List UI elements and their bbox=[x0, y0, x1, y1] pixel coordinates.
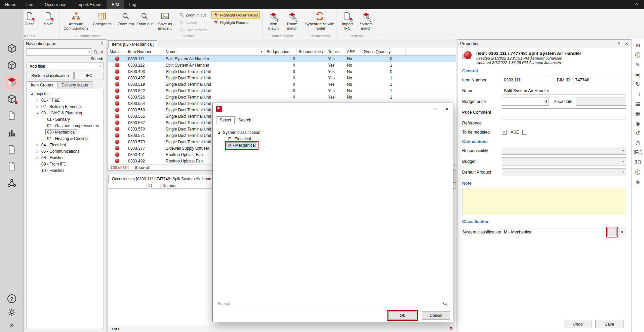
item-number-input[interactable] bbox=[502, 76, 552, 84]
tab-items[interactable]: Items [03 - Mechanical] bbox=[108, 40, 157, 48]
menu-log[interactable]: Log bbox=[124, 0, 142, 9]
import-ifc-button[interactable]: Import IFC bbox=[338, 10, 356, 32]
three-d-view-icon[interactable]: 3D bbox=[634, 160, 641, 165]
search-icon[interactable] bbox=[443, 301, 448, 306]
collapse-sidebar-icon[interactable]: » bbox=[10, 321, 14, 329]
tree-item[interactable]: 03 - HVAC & Plumbing bbox=[27, 110, 104, 116]
budget-select[interactable]: ▾ bbox=[502, 157, 626, 165]
menu-bim[interactable]: BIM bbox=[107, 0, 124, 9]
cancel-button[interactable]: Cancel bbox=[422, 311, 450, 320]
name-input[interactable] bbox=[502, 87, 626, 95]
col-match[interactable]: Match bbox=[108, 48, 126, 55]
sidebar-module-network[interactable] bbox=[4, 176, 19, 190]
table-row[interactable]: 0303.112 Split System Air Handler 0 Yes … bbox=[108, 62, 456, 68]
item-match-button[interactable]: Item match bbox=[264, 10, 282, 32]
default-product-select[interactable]: ▾ bbox=[502, 168, 626, 176]
highlight-occurrences-button[interactable]: Highlight Occurrences bbox=[211, 11, 260, 19]
tab-item-groups[interactable]: Item Groups bbox=[27, 81, 57, 89]
highlight-rooms-button[interactable]: Highlight Rooms bbox=[211, 19, 260, 26]
system-match-button[interactable]: System match bbox=[357, 10, 375, 32]
search-link[interactable]: Search bbox=[90, 57, 103, 61]
table-row[interactable]: 0303.522 Single Duct Terminal Unit 0 Yes… bbox=[108, 87, 456, 94]
to-be-modeled-checkbox[interactable] bbox=[502, 130, 507, 135]
clear-classification-button[interactable]: ✕ bbox=[618, 228, 626, 236]
table-row[interactable]: 0303.526 Single Duct Terminal Unit 0 Yes… bbox=[108, 94, 456, 100]
info-icon[interactable]: ⓘ bbox=[635, 52, 641, 58]
expander-icon[interactable] bbox=[35, 150, 40, 153]
tree-item[interactable]: 10 - Finishes bbox=[27, 167, 104, 174]
tree-item[interactable]: 03 - Mechanical bbox=[27, 129, 104, 135]
tree-item[interactable]: asjo test bbox=[27, 90, 104, 97]
col-to-be[interactable]: To be... bbox=[326, 48, 345, 55]
tree-item[interactable]: 02 - Gas and compressed air bbox=[27, 122, 104, 129]
menu-home[interactable]: Home bbox=[0, 0, 21, 9]
note-textarea[interactable] bbox=[462, 188, 626, 215]
table-row[interactable]: 0303.519 Single Duct Terminal Unit 0 Yes… bbox=[108, 81, 456, 87]
sort-desc-icon[interactable]: ▼ bbox=[260, 50, 263, 53]
camera-icon[interactable]: ◉ bbox=[636, 121, 640, 126]
show-all-link[interactable]: Show all bbox=[135, 165, 149, 170]
dialog-tab-select[interactable]: Select bbox=[216, 116, 235, 124]
panel-layout-icon[interactable]: ⊞ bbox=[636, 43, 640, 48]
help-icon[interactable]: ? bbox=[7, 294, 16, 303]
maximize-icon[interactable]: □ bbox=[430, 103, 441, 115]
save-button[interactable]: Save bbox=[39, 10, 57, 32]
col-ase[interactable]: ASE bbox=[345, 48, 362, 55]
sidebar-module-log[interactable] bbox=[4, 159, 19, 173]
col-id[interactable]: ID bbox=[147, 183, 161, 188]
tree-item[interactable]: 04 - Electrical bbox=[27, 142, 104, 148]
tree-item[interactable]: 04 - Heating & Cooling bbox=[27, 135, 104, 142]
undo-history-icon[interactable]: ↺ bbox=[636, 131, 640, 136]
pin-icon[interactable] bbox=[617, 41, 621, 46]
tree-item[interactable]: 01 - Sanitary bbox=[27, 116, 104, 122]
zoom-out-button[interactable]: Zoom out bbox=[135, 10, 154, 32]
box-icon[interactable]: ◻ bbox=[636, 91, 640, 97]
search-icon[interactable] bbox=[93, 50, 98, 55]
tab-occurrences[interactable]: Occurrences [0303.111 / 747748: Split Sy… bbox=[108, 175, 215, 183]
browse-classification-button[interactable]: ... bbox=[607, 228, 617, 236]
ifc-label-icon[interactable]: IFC bbox=[634, 150, 642, 155]
chevron-down-icon[interactable]: ▾ bbox=[88, 50, 90, 54]
col-responsibility[interactable]: Responsibility bbox=[297, 48, 326, 55]
room-match-button[interactable]: Room match bbox=[283, 10, 301, 32]
tree-item[interactable]: 09 - From IFC bbox=[27, 161, 104, 167]
minimize-icon[interactable]: – bbox=[418, 103, 430, 115]
dialog-tab-search[interactable]: Search bbox=[235, 116, 255, 124]
classification-option[interactable]: E - Electrical bbox=[222, 136, 449, 142]
attribute-configurations-button[interactable]: Attribute Configurations bbox=[61, 10, 91, 32]
col-name[interactable]: Name ▼ bbox=[164, 48, 265, 55]
grid-icon[interactable]: ▦ bbox=[635, 111, 640, 116]
tree-item[interactable]: 08 - Finishes bbox=[27, 154, 104, 161]
expander-icon[interactable] bbox=[35, 99, 40, 102]
expander-icon[interactable] bbox=[29, 92, 34, 96]
sidebar-module-documents[interactable] bbox=[4, 109, 19, 123]
dialog-search-row[interactable]: Search bbox=[213, 299, 453, 309]
table-row[interactable]: 0303.493 Single Duct Terminal Unit 0 Yes… bbox=[108, 68, 456, 75]
component-icon[interactable]: ◈ bbox=[636, 179, 640, 185]
col-item-number[interactable]: Item Number bbox=[126, 48, 164, 55]
expander-icon[interactable] bbox=[216, 131, 221, 134]
table-row[interactable]: 0303.497 Single Duct Terminal Unit 0 Yes… bbox=[108, 75, 456, 81]
isolate-button[interactable]: Isolate bbox=[177, 19, 209, 26]
col-budget-price[interactable]: Budget price bbox=[265, 48, 297, 55]
expander-icon[interactable] bbox=[35, 156, 40, 159]
collapse-ribbon-icon[interactable]: ^ bbox=[629, 0, 644, 9]
details-icon[interactable]: ⓘ bbox=[635, 170, 641, 175]
classification-option[interactable]: M - Mechanical bbox=[222, 142, 449, 148]
edit-note-icon[interactable]: ✎ bbox=[636, 62, 640, 68]
undo-button[interactable]: Undo bbox=[564, 320, 592, 328]
model-flag-icon[interactable] bbox=[449, 327, 453, 331]
tab-delivery-status[interactable]: Delivery status bbox=[57, 81, 92, 89]
properties-panel-icon[interactable]: ▣ bbox=[635, 72, 640, 77]
synchronize-with-model-button[interactable]: Synchronize with model bbox=[305, 10, 334, 32]
sidebar-module-match[interactable] bbox=[4, 92, 19, 106]
pin-icon[interactable] bbox=[100, 41, 105, 46]
expander-icon[interactable] bbox=[35, 143, 40, 147]
clear-search-icon[interactable]: ✕ bbox=[100, 50, 104, 54]
tree-item[interactable]: 01 - FF&E bbox=[27, 97, 104, 103]
sidebar-module-bim[interactable] bbox=[4, 75, 19, 89]
table-row[interactable]: 0303.111 Split System Air Handler 0 Yes … bbox=[108, 56, 456, 62]
sidebar-module-templates[interactable] bbox=[4, 142, 19, 156]
menu-item[interactable]: Item bbox=[21, 0, 39, 9]
system-classification-input[interactable] bbox=[502, 228, 606, 236]
